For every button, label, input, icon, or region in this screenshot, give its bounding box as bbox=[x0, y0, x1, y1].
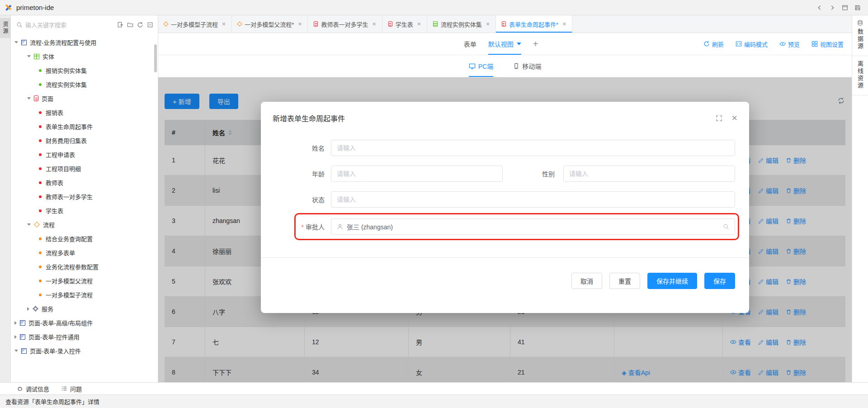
fullscreen-icon[interactable] bbox=[716, 115, 722, 122]
tree-bullet-icon bbox=[39, 83, 42, 86]
search-icon[interactable] bbox=[723, 223, 729, 230]
collapse-all-icon[interactable] bbox=[147, 22, 153, 28]
editor-tab-label: 一对多模型父流程* bbox=[245, 20, 294, 28]
layout-icon[interactable] bbox=[842, 5, 848, 11]
tree-item[interactable]: 服务 bbox=[11, 302, 158, 316]
save-continue-button[interactable]: 保存并继续 bbox=[647, 273, 697, 289]
close-tab-icon[interactable]: × bbox=[417, 21, 421, 27]
tree-arrow-icon[interactable] bbox=[14, 335, 17, 339]
form-tab[interactable]: 表单 bbox=[464, 33, 476, 55]
tree-item[interactable]: 报销实例实体集 bbox=[11, 63, 158, 77]
save-icon[interactable] bbox=[854, 5, 861, 11]
preview-button[interactable]: 预览 bbox=[779, 40, 800, 48]
nav-back-icon[interactable] bbox=[816, 5, 823, 11]
debug-info-tab[interactable]: 调试信息 bbox=[17, 384, 49, 393]
tree-arrow-icon[interactable] bbox=[14, 350, 18, 352]
tree-item[interactable]: 页面-表单-控件通用 bbox=[11, 330, 158, 344]
tree-item-label: 业务化流程参数配置 bbox=[46, 262, 99, 271]
save-button[interactable]: 保存 bbox=[704, 273, 735, 289]
tree-item[interactable]: 教师表 bbox=[11, 176, 158, 190]
tree-bullet-icon bbox=[39, 167, 42, 170]
tree-item[interactable]: 教师表一对多学生 bbox=[11, 190, 158, 204]
tree-arrow-icon[interactable] bbox=[27, 55, 31, 57]
tree-bullet-icon bbox=[39, 266, 42, 268]
editor-tab[interactable]: 学生表 × bbox=[382, 15, 427, 33]
entity-icon bbox=[433, 21, 438, 27]
tree-item[interactable]: 结合业务查询配置 bbox=[11, 232, 158, 246]
tree-item[interactable]: 页面-表单-录入控件 bbox=[11, 344, 158, 358]
status-field-label: 状态 bbox=[261, 195, 325, 204]
tree-item[interactable]: 报销表 bbox=[11, 105, 158, 119]
tree-arrow-icon[interactable] bbox=[14, 41, 18, 43]
resource-search-input[interactable] bbox=[25, 22, 113, 28]
tree-item[interactable]: 表单生命周起事件 bbox=[11, 119, 158, 133]
close-tab-icon[interactable]: × bbox=[298, 21, 302, 27]
tree-bullet-icon bbox=[39, 69, 42, 72]
status-field[interactable] bbox=[331, 191, 735, 208]
tree-item[interactable]: 实体 bbox=[11, 49, 158, 63]
tab-mobile[interactable]: 移动端 bbox=[513, 55, 541, 77]
folder-icon[interactable] bbox=[127, 22, 133, 28]
gender-field[interactable] bbox=[563, 166, 735, 182]
code-mode-button[interactable]: 编码模式 bbox=[736, 40, 768, 48]
age-field[interactable] bbox=[331, 166, 503, 182]
sidebar-scrollbar[interactable] bbox=[154, 44, 157, 72]
tree-item[interactable]: 业务化流程参数配置 bbox=[11, 260, 158, 274]
editor-tab[interactable]: 表单生命周起事件* × bbox=[496, 15, 572, 33]
cancel-button[interactable]: 取消 bbox=[571, 273, 602, 289]
tree-item[interactable]: 流程 bbox=[11, 218, 158, 232]
editor-tab[interactable]: 教师表一对多学生 × bbox=[308, 15, 382, 33]
refresh-tree-icon[interactable] bbox=[137, 22, 143, 28]
page-icon bbox=[34, 95, 38, 101]
package-icon bbox=[20, 320, 25, 326]
tree-item[interactable]: 页面-表单-高级/布局组件 bbox=[11, 316, 158, 330]
close-tab-icon[interactable]: × bbox=[486, 21, 490, 27]
tree-item-label: 财务费用归集表 bbox=[46, 136, 87, 145]
left-rail: 资源 bbox=[0, 15, 11, 382]
tree-arrow-icon[interactable] bbox=[27, 223, 31, 226]
locate-file-icon[interactable] bbox=[117, 22, 123, 28]
tree-item-label: 教师表一对多学生 bbox=[46, 192, 93, 201]
tree-item[interactable]: 页面 bbox=[11, 91, 158, 105]
tree-bullet-icon bbox=[39, 125, 42, 128]
tree-item[interactable]: 流程实例实体集 bbox=[11, 77, 158, 91]
nav-forward-icon[interactable] bbox=[829, 5, 835, 11]
tree-item[interactable]: 财务费用归集表 bbox=[11, 133, 158, 147]
page-icon bbox=[388, 21, 392, 27]
close-icon[interactable]: × bbox=[731, 113, 737, 123]
close-tab-icon[interactable]: × bbox=[372, 21, 376, 27]
close-tab-icon[interactable]: × bbox=[562, 21, 566, 27]
tree-item[interactable]: 一对多模型父流程 bbox=[11, 274, 158, 288]
view-selector[interactable]: 默认视图 bbox=[488, 33, 521, 55]
tree-item[interactable]: 流程多表单 bbox=[11, 246, 158, 260]
problems-tab[interactable]: 问题 bbox=[61, 384, 82, 393]
tree-arrow-icon[interactable] bbox=[27, 97, 31, 100]
view-settings-button[interactable]: 视图设置 bbox=[811, 40, 844, 48]
approver-value: 张三 (zhangsan) bbox=[347, 222, 393, 231]
editor-tab[interactable]: 一对多模型子流程 × bbox=[158, 15, 232, 33]
tree-item-label: 页面 bbox=[42, 94, 53, 103]
name-field[interactable] bbox=[331, 140, 735, 156]
tree-arrow-icon[interactable] bbox=[27, 307, 29, 311]
view-toolbar: 表单 默认视图 + 刷新 编码模式 bbox=[158, 33, 852, 55]
tree-item[interactable]: 一对多模型子流程 bbox=[11, 288, 158, 302]
approver-select[interactable]: 张三 (zhangsan) bbox=[331, 218, 735, 235]
tree-bullet-icon bbox=[39, 251, 42, 254]
tree-item[interactable]: 工程项目明细 bbox=[11, 161, 158, 176]
reset-button[interactable]: 重置 bbox=[609, 273, 640, 289]
tree-item[interactable]: 工程申请表 bbox=[11, 147, 158, 161]
data-source-rail-tab[interactable]: 数据源 bbox=[852, 15, 868, 56]
tree-item[interactable]: 流程-业务流程配置与使用 bbox=[11, 35, 158, 49]
tab-pc[interactable]: PC端 bbox=[469, 55, 493, 77]
tree-arrow-icon[interactable] bbox=[14, 321, 17, 325]
close-tab-icon[interactable]: × bbox=[222, 21, 226, 27]
resources-rail-tab[interactable]: 资源 bbox=[0, 18, 10, 38]
offline-resources-rail-tab[interactable]: 离线资源 bbox=[852, 56, 868, 95]
editor-tab[interactable]: 流程实例实体集 × bbox=[427, 15, 496, 33]
tree-item-label: 流程-业务流程配置与使用 bbox=[30, 38, 96, 47]
refresh-button[interactable]: 刷新 bbox=[703, 40, 724, 48]
editor-tab[interactable]: 一对多模型父流程* × bbox=[232, 15, 308, 33]
database-icon bbox=[857, 20, 863, 26]
tree-item[interactable]: 学生表 bbox=[11, 204, 158, 218]
add-view-button[interactable]: + bbox=[533, 33, 538, 55]
